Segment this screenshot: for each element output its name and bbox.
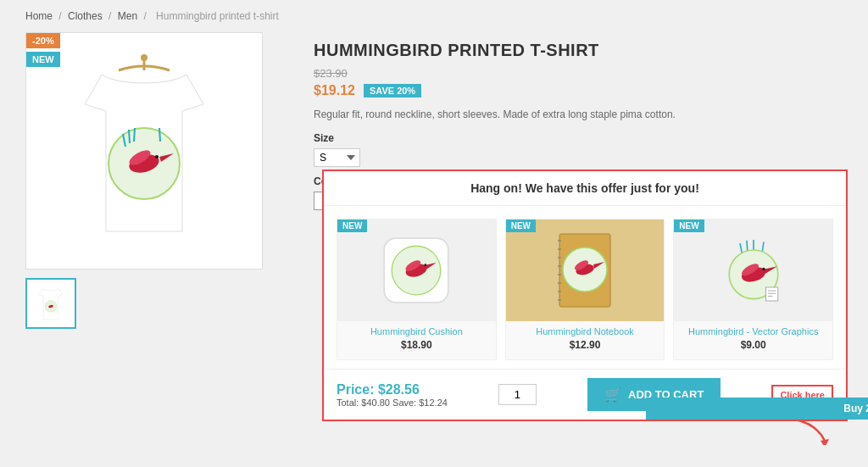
offer-total-line: Total: $40.80 Save: $12.24 — [337, 398, 448, 408]
vector-price: $9.00 — [674, 339, 832, 351]
offer-overlay: Hang on! We have this offer just for you… — [322, 170, 848, 421]
svg-rect-41 — [765, 287, 777, 301]
notebook-price: $12.90 — [506, 339, 665, 351]
offer-products: NEW Hummingbird Cushion $18.90 — [324, 206, 846, 369]
thumbnail-row — [25, 278, 280, 329]
offer-badge-new-3: NEW — [674, 220, 704, 232]
sale-price: $19.12 — [314, 83, 355, 98]
offer-badge-new-2: NEW — [506, 220, 536, 232]
thumbnail-1[interactable] — [25, 278, 76, 329]
svg-marker-45 — [821, 439, 829, 445]
page-wrapper: Home / Clothes / Men / Hummingbird print… — [0, 0, 868, 467]
svg-point-6 — [155, 155, 159, 158]
svg-point-40 — [762, 268, 765, 270]
breadcrumb: Home / Clothes / Men / Hummingbird print… — [0, 0, 868, 32]
discount-badge: -20% — [26, 33, 60, 48]
breadcrumb-clothes[interactable]: Clothes — [68, 10, 103, 22]
original-price: $23.90 — [314, 67, 843, 80]
vector-image — [674, 220, 832, 321]
offer-badge-new-1: NEW — [337, 220, 367, 232]
offer-product-notebook[interactable]: NEW — [505, 219, 665, 360]
svg-line-32 — [740, 243, 742, 253]
svg-line-10 — [159, 128, 160, 142]
product-images: -20% NEW — [25, 32, 280, 329]
svg-point-18 — [425, 264, 427, 266]
arrow-svg — [791, 415, 833, 445]
offer-product-cushion[interactable]: NEW Hummingbird Cushion $18.90 — [337, 219, 497, 360]
size-section: Size XS S M L XL — [314, 132, 843, 167]
breadcrumb-product: Hummingbird printed t-shirt — [156, 10, 279, 22]
size-select[interactable]: XS S M L XL — [314, 148, 360, 167]
svg-line-35 — [762, 242, 764, 251]
cushion-name: Hummingbird Cushion — [337, 326, 496, 336]
offer-quantity-input[interactable] — [498, 384, 537, 405]
cart-icon: 🛒 — [604, 386, 621, 403]
vector-name: Hummingbird - Vector Graphics — [674, 326, 832, 336]
price-row: $19.12 SAVE 20% — [314, 83, 843, 98]
new-badge: NEW — [26, 52, 60, 67]
promo-bar: Buy 2 products - Get 1 free — [646, 398, 868, 420]
cushion-image — [337, 220, 496, 321]
product-title: HUMMINGBIRD PRINTED T-SHIRT — [314, 41, 843, 60]
breadcrumb-home[interactable]: Home — [25, 10, 53, 22]
arrow-indicator — [791, 415, 833, 445]
offer-total: Price: $28.56 Total: $40.80 Save: $12.24 — [337, 382, 448, 408]
notebook-name: Hummingbird Notebook — [506, 326, 665, 336]
save-badge: SAVE 20% — [364, 84, 421, 97]
breadcrumb-men[interactable]: Men — [118, 10, 137, 22]
product-image — [59, 53, 229, 248]
svg-point-1 — [141, 54, 147, 61]
size-label: Size — [314, 132, 843, 144]
svg-line-9 — [134, 128, 135, 142]
svg-line-33 — [747, 241, 748, 252]
offer-product-vector[interactable]: NEW — [673, 219, 833, 360]
offer-header: Hang on! We have this offer just for you… — [324, 171, 846, 206]
product-description: Regular fit, round neckline, short sleev… — [314, 107, 843, 122]
offer-total-price: Price: $28.56 — [337, 382, 448, 398]
main-image: -20% NEW — [25, 32, 263, 270]
cushion-price: $18.90 — [337, 339, 496, 351]
svg-line-8 — [129, 130, 130, 143]
notebook-image — [506, 220, 665, 321]
